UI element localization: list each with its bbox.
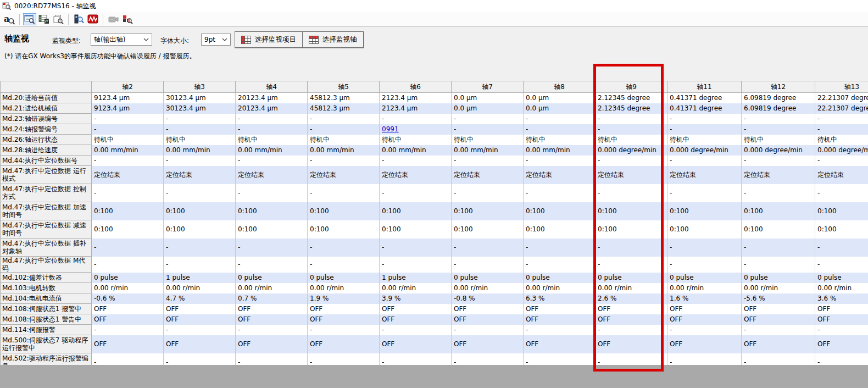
window-monitor-icon[interactable] — [23, 13, 36, 25]
cell: - — [380, 156, 452, 166]
toolbar: a — [0, 12, 868, 26]
cell: - — [742, 156, 815, 166]
device-monitor-icon[interactable]: a — [3, 13, 16, 25]
cell: - — [524, 184, 596, 202]
cell: 待机中 — [596, 135, 667, 145]
table-row: Md.502:驱动程序运行报警编号----------- — [1, 353, 868, 365]
cell: 0:100 — [236, 220, 308, 239]
cell: 0.00 r/min — [308, 283, 380, 293]
waveform-trace-icon[interactable] — [86, 13, 99, 25]
cell: 0:100 — [452, 202, 524, 220]
row-label: Md.47:执行中定位数据 加速时间号 — [1, 202, 92, 220]
cell: - — [524, 156, 596, 166]
cell: - — [742, 257, 815, 273]
cell: 0.00 mm/min — [380, 145, 452, 156]
cell: 45812.3 μm — [308, 93, 380, 103]
cell: OFF — [92, 314, 164, 325]
alarm-number-link[interactable]: 0991 — [382, 125, 399, 133]
cell: 3.9 % — [380, 293, 452, 304]
cell: - — [596, 239, 667, 257]
font-size-select[interactable]: 9pt — [201, 34, 231, 46]
cell: 0:100 — [236, 202, 308, 220]
error-monitor-icon[interactable] — [121, 13, 134, 25]
cell: - — [667, 239, 742, 257]
axis-header-轴13: 轴13 — [815, 81, 868, 93]
table-row: Md.47:执行中定位数据 运行模式定位结束定位结束定位结束定位结束定位结束定位… — [1, 166, 868, 184]
axis-header-轴8: 轴8 — [524, 81, 596, 93]
cell: - — [308, 325, 380, 335]
cell: 定位结束 — [92, 166, 164, 184]
font-size-label: 字体大小: — [160, 36, 189, 46]
table-row: Md.24:轴报警编号----0991------ — [1, 124, 868, 135]
cell: 0.00 r/min — [236, 283, 308, 293]
cell: - — [308, 114, 380, 124]
cell: - — [596, 114, 667, 124]
cell: 6.09819 degree — [742, 93, 815, 103]
camera-disabled-icon[interactable] — [107, 13, 120, 25]
monitor-table-container: 轴2轴3轴4轴5轴6轴7轴8轴9轴11轴12轴13Md.20:进给当前值9123… — [0, 81, 868, 365]
cell: - — [815, 114, 868, 124]
cell: OFF — [236, 304, 308, 314]
cell: 待机中 — [815, 135, 868, 145]
monitor-type-select[interactable]: 轴(输出轴) — [91, 34, 152, 46]
cell: - — [667, 325, 742, 335]
select-monitor-axes-button[interactable]: 选择监视轴 — [302, 31, 364, 48]
cell: - — [164, 184, 236, 202]
cell: 定位结束 — [742, 166, 815, 184]
row-label: Md.114:伺服报警 — [1, 325, 92, 335]
cell: 定位结束 — [308, 166, 380, 184]
table-row: Md.47:执行中定位数据 M代码----------- — [1, 257, 868, 273]
background-area — [0, 365, 868, 388]
cell: - — [164, 124, 236, 135]
cell: 待机中 — [308, 135, 380, 145]
cell: - — [742, 353, 815, 365]
axis-header-轴6: 轴6 — [380, 81, 452, 93]
toolbar-separator — [103, 14, 103, 25]
cell: 2.12345 degree — [596, 103, 667, 114]
cell: 0.0 μm — [452, 93, 524, 103]
cell: - — [308, 239, 380, 257]
cell: 待机中 — [667, 135, 742, 145]
cell: - — [742, 124, 815, 135]
cell: OFF — [596, 304, 667, 314]
cell: 2123.4 μm — [380, 103, 452, 114]
row-label: Md.500:伺服状态7 驱动程序运行报警中 — [1, 335, 92, 353]
cell: 0 pulse — [742, 273, 815, 283]
cell: - — [92, 325, 164, 335]
row-label: Md.103:电机转数 — [1, 283, 92, 293]
cell: - — [164, 325, 236, 335]
cell: 0.00 r/min — [92, 283, 164, 293]
cell: - — [667, 124, 742, 135]
cell: OFF — [742, 304, 815, 314]
cell: 1 pulse — [380, 273, 452, 283]
row-label: Md.47:执行中定位数据 控制方式 — [1, 184, 92, 202]
cell: - — [452, 184, 524, 202]
cell: - — [164, 114, 236, 124]
batch-monitor-icon[interactable] — [52, 13, 65, 25]
monitor-table: 轴2轴3轴4轴5轴6轴7轴8轴9轴11轴12轴13Md.20:进给当前值9123… — [0, 81, 868, 365]
cell: OFF — [815, 335, 868, 353]
cell: - — [236, 257, 308, 273]
cell: 0 pulse — [236, 273, 308, 283]
table-graph-monitor-icon[interactable] — [37, 13, 51, 25]
cell: OFF — [667, 314, 742, 325]
window-titlebar: 0020:RD77MS16 - 轴监视 — [0, 0, 868, 12]
window-icon[interactable] — [2, 2, 11, 10]
cell: 0 pulse — [92, 273, 164, 283]
cell: 待机中 — [524, 135, 596, 145]
cell: 0:100 — [164, 202, 236, 220]
cell: 0:100 — [92, 220, 164, 239]
cell: - — [380, 184, 452, 202]
row-label: Md.47:执行中定位数据 运行模式 — [1, 166, 92, 184]
select-monitor-items-button[interactable]: 选择监视项目 — [235, 31, 303, 48]
cell: 待机中 — [452, 135, 524, 145]
axis-header-轴9: 轴9 — [596, 81, 667, 93]
font-size-value: 9pt — [204, 36, 215, 43]
cell: 定位结束 — [452, 166, 524, 184]
module-monitor-icon[interactable] — [72, 13, 85, 25]
cell: OFF — [815, 314, 868, 325]
svg-text:a: a — [4, 14, 9, 24]
cell: 20123.4 μm — [236, 103, 308, 114]
cell: 4.7 % — [164, 293, 236, 304]
axis-header-轴5: 轴5 — [308, 81, 380, 93]
